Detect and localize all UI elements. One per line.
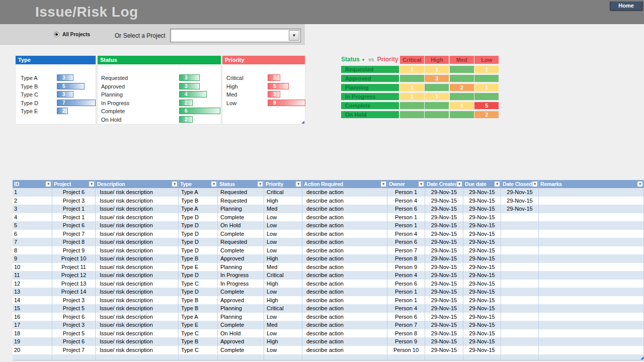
table-cell[interactable] (52, 354, 96, 360)
dropdown-button[interactable]: ▼ (289, 30, 299, 41)
table-cell[interactable]: 29-Nov-15 (425, 254, 463, 263)
table-cell[interactable]: 11 (13, 271, 52, 280)
table-cell[interactable]: describe action (302, 304, 387, 313)
table-cell[interactable]: 14 (13, 296, 52, 305)
table-cell[interactable]: 29-Nov-15 (501, 197, 539, 205)
table-cell[interactable]: 29-Nov-15 (463, 230, 501, 238)
table-cell[interactable]: 29-Nov-15 (425, 304, 463, 313)
table-cell[interactable] (501, 230, 539, 238)
table-cell[interactable]: Person 6 (387, 205, 425, 213)
table-cell[interactable] (501, 354, 539, 360)
table-cell[interactable] (539, 296, 644, 305)
table-cell[interactable]: Issue/ risk description (96, 238, 179, 246)
table-cell[interactable]: Type D (179, 221, 218, 230)
table-cell[interactable]: 29-Nov-15 (425, 188, 463, 197)
table-cell[interactable]: 29-Nov-15 (501, 188, 539, 197)
table-cell[interactable]: Requested (218, 197, 264, 205)
table-cell[interactable]: Type B (179, 304, 218, 313)
table-cell[interactable]: Complete (218, 230, 264, 238)
table-cell[interactable]: 12 (13, 280, 52, 288)
table-cell[interactable]: Issue/ risk description (96, 205, 179, 213)
table-cell[interactable] (539, 329, 644, 338)
table-cell[interactable]: describe action (302, 213, 387, 222)
table-cell[interactable]: Approved (218, 254, 264, 263)
table-cell[interactable]: Type E (179, 263, 218, 272)
table-cell[interactable]: 29-Nov-15 (463, 197, 501, 205)
table-cell[interactable]: describe action (302, 263, 387, 272)
table-cell[interactable] (501, 288, 539, 296)
table-cell[interactable]: Person 4 (387, 304, 425, 313)
table-cell[interactable]: 15 (13, 304, 52, 313)
table-cell[interactable]: Type A (179, 205, 218, 213)
table-cell[interactable]: Person 7 (387, 246, 425, 255)
table-cell[interactable]: describe action (302, 230, 387, 238)
filter-button[interactable]: ▼ (494, 181, 500, 187)
table-cell[interactable]: Issue/ risk description (96, 313, 179, 321)
table-cell[interactable]: Low (264, 329, 302, 338)
table-cell[interactable]: Issue/ risk description (96, 221, 179, 230)
table-cell[interactable]: 7 (13, 238, 52, 246)
table-cell[interactable]: 9 (13, 254, 52, 263)
table-cell[interactable]: 29-Nov-15 (463, 288, 501, 296)
table-cell[interactable]: Type C (179, 346, 218, 354)
table-cell[interactable] (501, 329, 539, 338)
table-cell[interactable]: Person 10 (387, 346, 425, 354)
table-cell[interactable]: 13 (13, 288, 52, 296)
home-button[interactable]: Home (610, 1, 642, 11)
table-cell[interactable]: Planning (218, 313, 264, 321)
table-cell[interactable]: Issue/ risk description (96, 288, 179, 296)
table-empty-row[interactable] (13, 354, 644, 360)
table-cell[interactable]: High (264, 197, 302, 205)
table-cell[interactable]: Person 1 (387, 188, 425, 197)
filter-button[interactable]: ▼ (456, 181, 462, 187)
table-cell[interactable] (501, 254, 539, 263)
table-cell[interactable]: Complete (218, 246, 264, 255)
table-cell[interactable]: Planning (218, 304, 264, 313)
table-cell[interactable]: 29-Nov-15 (463, 337, 501, 346)
table-cell[interactable] (539, 213, 644, 222)
table-cell[interactable]: Project 8 (52, 238, 96, 246)
table-cell[interactable]: 29-Nov-15 (425, 271, 463, 280)
filter-button[interactable]: ▼ (172, 181, 178, 187)
table-cell[interactable]: 29-Nov-15 (425, 263, 463, 272)
table-cell[interactable]: Project 6 (52, 313, 96, 321)
table-cell[interactable] (539, 271, 644, 280)
filter-button[interactable]: ▼ (380, 181, 386, 187)
table-cell[interactable]: Person 4 (387, 197, 425, 205)
table-cell[interactable]: 29-Nov-15 (425, 296, 463, 305)
table-cell[interactable]: Type C (179, 329, 218, 338)
table-cell[interactable]: Med (264, 321, 302, 329)
table-cell[interactable]: Critical (264, 271, 302, 280)
table-cell[interactable]: Project 3 (52, 321, 96, 329)
table-cell[interactable]: Type D (179, 230, 218, 238)
table-cell[interactable]: Person 4 (387, 271, 425, 280)
table-cell[interactable] (539, 246, 644, 255)
table-cell[interactable]: describe action (302, 246, 387, 255)
table-cell[interactable]: High (264, 254, 302, 263)
filter-button[interactable]: ▼ (257, 181, 263, 187)
table-cell[interactable]: Person 1 (387, 221, 425, 230)
table-cell[interactable]: 6 (13, 230, 52, 238)
table-cell[interactable]: Type D (179, 238, 218, 246)
table-cell[interactable]: 29-Nov-15 (425, 205, 463, 213)
table-cell[interactable]: 29-Nov-15 (425, 246, 463, 255)
table-cell[interactable]: 29-Nov-15 (425, 313, 463, 321)
table-cell[interactable]: 29-Nov-15 (463, 246, 501, 255)
table-cell[interactable]: 29-Nov-15 (463, 346, 501, 354)
table-cell[interactable]: Type C (179, 280, 218, 288)
table-cell[interactable] (501, 296, 539, 305)
table-cell[interactable]: Planning (218, 263, 264, 272)
table-cell[interactable] (539, 263, 644, 272)
table-cell[interactable]: 29-Nov-15 (463, 263, 501, 272)
table-cell[interactable] (539, 230, 644, 238)
table-cell[interactable] (501, 238, 539, 246)
table-cell[interactable]: describe action (302, 238, 387, 246)
all-projects-radio[interactable]: All Projects (54, 32, 90, 37)
table-cell[interactable] (539, 313, 644, 321)
table-cell[interactable]: Low (264, 221, 302, 230)
table-cell[interactable] (539, 304, 644, 313)
table-cell[interactable]: 29-Nov-15 (463, 313, 501, 321)
table-cell[interactable]: Person 9 (387, 263, 425, 272)
table-cell[interactable]: Issue/ risk description (96, 213, 179, 222)
table-cell[interactable]: 29-Nov-15 (425, 221, 463, 230)
